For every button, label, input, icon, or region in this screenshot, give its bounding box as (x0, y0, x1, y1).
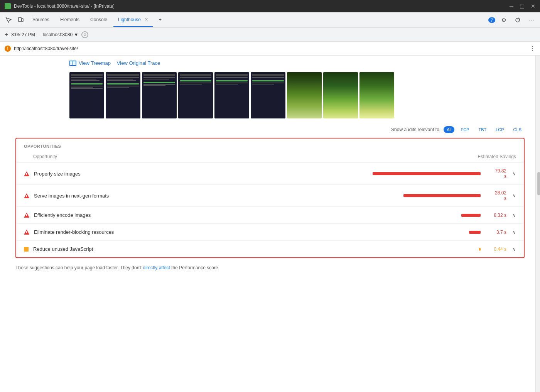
footer-text-before: These suggestions can help your page loa… (15, 265, 143, 270)
opportunities-section: OPPORTUNITIES Opportunity Estimated Savi… (15, 138, 525, 258)
audit-bar-container-5 (365, 248, 481, 251)
audit-chevron-4[interactable]: ∨ (513, 230, 516, 235)
view-buttons-row: View Treemap View Original Trace (0, 56, 540, 71)
filter-fcp-button[interactable]: FCP (457, 126, 472, 133)
audit-item-next-gen-formats: Serve images in next-gen formats 28.02s … (16, 185, 524, 207)
warning-icon-2 (24, 193, 29, 198)
tab-lighthouse-label: Lighthouse (118, 17, 141, 22)
audit-savings-5: 0.44 s (485, 247, 506, 252)
dock-icon[interactable] (512, 15, 523, 25)
audit-bar-container-1 (365, 172, 481, 175)
audit-item-render-blocking: Eliminate render-blocking resources 3.7 … (16, 224, 524, 241)
audit-name-5: Reduce unused JavaScript (33, 246, 360, 252)
audit-chevron-3[interactable]: ∨ (513, 213, 516, 218)
url-more-icon[interactable]: ⋮ (529, 45, 535, 52)
audit-bar-5 (479, 248, 481, 251)
more-icon[interactable]: ⋯ (526, 15, 537, 25)
notification-badge: 7 (488, 17, 495, 23)
audit-name-4: Eliminate render-blocking resources (34, 229, 360, 235)
audit-bar-4 (469, 231, 481, 234)
url-text: http://localhost:8080/travel-site/ (14, 46, 526, 51)
audit-name-3: Efficiently encode images (34, 212, 360, 218)
audit-bar-3 (461, 214, 481, 217)
restore-icon[interactable]: ▢ (520, 3, 525, 9)
warning-icon-3 (24, 213, 29, 218)
toolbar-right: 7 ⚙ ⋯ (488, 15, 537, 25)
audit-filter-row: Show audits relevant to: All FCP TBT LCP… (0, 123, 540, 136)
footer-note: These suggestions can help your page loa… (0, 261, 540, 274)
audit-chevron-1[interactable]: ∨ (513, 171, 516, 176)
dropdown-icon[interactable]: ▼ (74, 32, 78, 37)
treemap-icon (69, 61, 76, 66)
audit-bar-1 (373, 172, 481, 175)
tab-sources-label: Sources (32, 17, 49, 22)
view-treemap-label: View Treemap (79, 60, 111, 66)
column-savings: Estimated Savings (478, 154, 516, 159)
tab-lighthouse[interactable]: Lighthouse ✕ (113, 13, 153, 27)
svg-point-3 (518, 18, 520, 20)
devtools-icon (5, 3, 11, 9)
audit-item-unused-js: Reduce unused JavaScript 0.44 s ∨ (16, 241, 524, 257)
filter-lcp-button[interactable]: LCP (493, 126, 507, 133)
title-bar: DevTools - localhost:8080/travel-site/ -… (0, 0, 540, 12)
title-bar-text: DevTools - localhost:8080/travel-site/ -… (14, 3, 115, 9)
audit-bar-container-3 (365, 214, 481, 217)
main-content: View Treemap View Original Trace (0, 56, 540, 392)
audit-savings-1: 79.82s (485, 168, 506, 179)
audit-chevron-5[interactable]: ∨ (513, 247, 516, 252)
screenshot-2 (106, 72, 140, 118)
address-time: 3:05:27 PM – localhost:8080 ▼ (11, 32, 78, 37)
audit-name-2: Serve images in next-gen formats (34, 193, 360, 199)
minimize-icon[interactable]: ─ (510, 3, 513, 9)
screenshot-1 (69, 72, 104, 118)
settings-icon[interactable]: ⚙ (498, 15, 509, 25)
window-controls: ─ ▢ ✕ (510, 3, 535, 9)
devtools-toolbar: Sources Elements Console Lighthouse ✕ + … (0, 12, 540, 28)
audit-savings-4: 3.7 s (485, 230, 506, 235)
tab-console-label: Console (90, 17, 107, 22)
filter-tbt-button[interactable]: TBT (475, 126, 489, 133)
scrollbar-vertical[interactable] (535, 56, 540, 392)
screenshots-row (0, 71, 540, 123)
audit-chevron-2[interactable]: ∨ (513, 193, 516, 198)
tab-new[interactable]: + (154, 13, 166, 27)
audit-bar-container-4 (365, 231, 481, 234)
audit-savings-3: 8.32 s (485, 213, 506, 218)
screenshot-4 (178, 72, 213, 118)
footer-link[interactable]: directly affect (143, 265, 170, 270)
warning-icon-5 (24, 247, 29, 252)
address-bar: + 3:05:27 PM – localhost:8080 ▼ ⊘ (0, 28, 540, 42)
opportunities-header: OPPORTUNITIES (16, 139, 524, 152)
audit-bar-2 (403, 194, 481, 197)
filter-cls-button[interactable]: CLS (510, 126, 525, 133)
footer-text-after: the Performance score. (171, 265, 219, 270)
tab-close-icon[interactable]: ✕ (145, 17, 148, 22)
inspect-icon[interactable] (3, 15, 14, 25)
view-treemap-button[interactable]: View Treemap (69, 60, 111, 66)
filter-all-button[interactable]: All (444, 126, 454, 133)
svg-rect-1 (22, 19, 23, 22)
device-icon[interactable] (15, 15, 26, 25)
content-area: View Treemap View Original Trace (0, 56, 540, 392)
close-icon[interactable]: ✕ (531, 3, 535, 9)
tab-elements-label: Elements (60, 17, 79, 22)
screenshot-7 (287, 72, 322, 118)
warning-icon-4 (24, 230, 29, 235)
add-icon[interactable]: + (5, 31, 8, 38)
screenshot-9 (359, 72, 394, 118)
scrollbar-thumb[interactable] (537, 172, 540, 195)
screenshot-6 (251, 72, 285, 118)
tab-console[interactable]: Console (86, 13, 112, 27)
screenshot-3 (142, 72, 177, 118)
tab-elements[interactable]: Elements (56, 13, 84, 27)
audit-item-efficiently-encode: Efficiently encode images 8.32 s ∨ (16, 207, 524, 224)
view-trace-button[interactable]: View Original Trace (117, 60, 160, 66)
screenshot-5 (214, 72, 249, 118)
tab-sources[interactable]: Sources (28, 13, 54, 27)
svg-rect-0 (19, 17, 21, 22)
cancel-icon[interactable]: ⊘ (81, 31, 88, 38)
security-icon: ! (5, 46, 11, 52)
url-bar: ! http://localhost:8080/travel-site/ ⋮ (0, 42, 540, 56)
column-opportunity: Opportunity (33, 154, 57, 159)
audit-bar-container-2 (365, 194, 481, 197)
